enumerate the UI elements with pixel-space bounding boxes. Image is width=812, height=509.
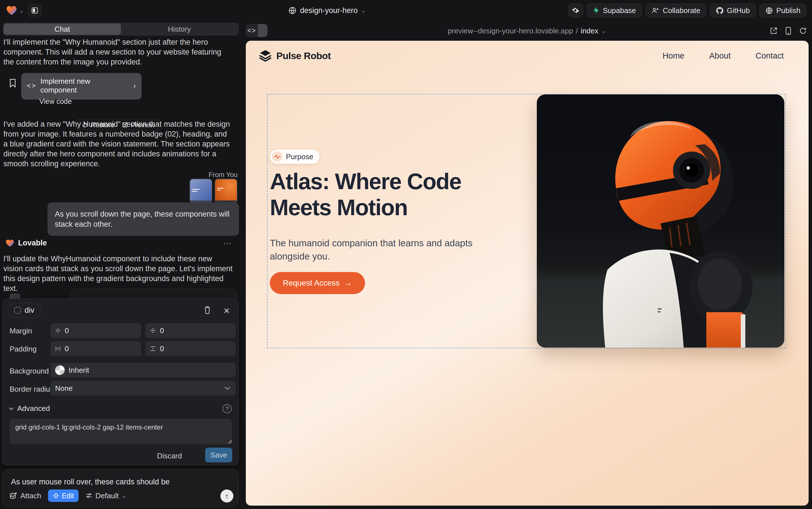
assistant-message-3: I'll update the WhyHumanoid component to… [3, 254, 233, 294]
padding-y-icon [150, 346, 156, 351]
padding-label: Padding [10, 345, 36, 353]
element-inspector-panel: div ✕ Margin 0 0 Padding 0 [2, 299, 239, 466]
advanced-section-toggle[interactable]: Advanced [9, 404, 50, 413]
padding-x-icon [55, 345, 61, 352]
composer-draft-text[interactable]: As user mouse roll over, these cards sho… [11, 478, 170, 486]
hero-robot-image [537, 95, 784, 347]
site-nav: Home About Contact [663, 51, 784, 61]
preview-url-bar[interactable]: preview--design-your-hero.lovable.app / … [242, 21, 812, 41]
chevron-down-icon: ⌄ [19, 7, 24, 14]
site-brand-name: Pulse Robot [276, 50, 331, 61]
padding-y-input[interactable]: 0 [145, 341, 236, 356]
github-button[interactable]: GitHub [710, 4, 756, 17]
chat-composer[interactable]: As user mouse roll over, these cards sho… [2, 469, 239, 507]
site-brand[interactable]: Pulse Robot [259, 49, 331, 62]
dashed-box-icon [14, 307, 21, 314]
supabase-button[interactable]: Supabase [587, 4, 642, 17]
assistant-message-1: I'll implement the "Why Humanoid" sectio… [3, 37, 233, 67]
chevron-right-icon: › [133, 81, 136, 90]
purpose-badge-label: Purpose [286, 152, 313, 161]
discard-button[interactable]: Discard [157, 451, 182, 461]
padding-x-input[interactable]: 0 [50, 341, 141, 356]
publish-globe-icon [765, 7, 773, 14]
people-plus-icon [652, 7, 659, 14]
assistant-name: Lovable [18, 239, 47, 247]
lovable-heart-icon [6, 239, 14, 247]
from-you-label: From You [209, 171, 237, 179]
code-icon: <> [27, 82, 36, 90]
send-button[interactable]: ↑ [220, 489, 233, 503]
lovable-heart-icon [6, 5, 17, 15]
preview-url-page: index [581, 27, 598, 35]
supabase-icon [593, 7, 599, 14]
chevron-down-icon: ⌄ [361, 7, 366, 14]
layers-icon [259, 49, 272, 62]
margin-y-input[interactable]: 0 [145, 323, 236, 338]
publish-button[interactable]: Publish [760, 4, 806, 17]
margin-x-icon [55, 328, 61, 334]
settings-button[interactable] [568, 4, 583, 17]
background-input[interactable]: Inherit [50, 363, 236, 377]
margin-x-input[interactable]: 0 [50, 323, 141, 338]
user-message-bubble: As you scroll down the page, these compo… [47, 202, 239, 236]
preview-toolbar: <> preview--design-your-hero.lovable.app… [242, 21, 812, 41]
purpose-badge: Purpose [270, 149, 320, 164]
nav-contact[interactable]: Contact [755, 51, 784, 61]
attachment-thumbnail-2[interactable] [215, 179, 237, 203]
view-code-link[interactable]: View code [39, 97, 136, 105]
border-radius-select[interactable]: None [50, 381, 236, 396]
mobile-view-button[interactable] [785, 27, 792, 35]
chevron-down-icon: ⌄ [121, 492, 126, 499]
attachment-thumbnail-1[interactable] [190, 179, 212, 203]
arrow-right-icon: → [344, 278, 352, 287]
site-preview: Pulse Robot Home About Contact Purpose A… [246, 41, 809, 506]
classes-textarea[interactable]: grid grid-cols-1 lg:grid-cols-2 gap-12 i… [10, 419, 232, 444]
chat-history-tabs: Chat History [3, 23, 239, 36]
margin-label: Margin [10, 327, 32, 335]
close-inspector-button[interactable]: ✕ [223, 306, 230, 315]
app-topbar: ⌄ design-your-hero ⌄ [0, 0, 812, 21]
hero-heading: Atlas: Where Code Meets Motion [270, 169, 461, 220]
selected-element-chip[interactable]: div [8, 303, 41, 317]
attach-button[interactable]: Attach [9, 491, 41, 500]
implement-component-card[interactable]: <> Implement new component › View code [21, 73, 142, 100]
lovable-menu-button[interactable]: ⌄ [6, 5, 24, 15]
panel-icon [31, 7, 38, 14]
nav-home[interactable]: Home [663, 51, 684, 61]
transparent-swatch-icon [55, 365, 65, 375]
preview-url-host: preview--design-your-hero.lovable.app [448, 27, 573, 35]
chevron-down-icon: ⌄ [601, 27, 606, 34]
message-menu-button[interactable]: … [223, 236, 232, 246]
background-label: Background [10, 367, 49, 376]
request-access-button[interactable]: Request Access → [270, 272, 365, 294]
chat-sidebar: Chat History I'll implement the "Why Hum… [0, 21, 242, 509]
help-icon[interactable]: ? [223, 404, 232, 413]
delete-element-button[interactable] [204, 306, 211, 314]
tab-history[interactable]: History [121, 24, 238, 35]
mode-select[interactable]: Default ⌄ [85, 491, 126, 500]
save-button[interactable]: Save [205, 448, 232, 462]
pulse-icon [272, 151, 283, 162]
element-tag: div [25, 306, 34, 315]
project-name: design-your-hero [300, 6, 358, 15]
gear-icon [572, 6, 580, 14]
tab-chat[interactable]: Chat [4, 24, 121, 35]
project-switcher[interactable]: design-your-hero ⌄ [288, 0, 366, 21]
github-icon [716, 7, 724, 14]
bookmark-icon[interactable] [9, 79, 16, 88]
target-icon [52, 492, 59, 499]
globe-icon [288, 6, 297, 15]
sliders-icon [85, 492, 93, 499]
chevron-down-icon [9, 407, 14, 410]
collaborate-button[interactable]: Collaborate [645, 4, 706, 17]
attach-image-icon [9, 492, 17, 500]
hero-subtitle: The humanoid companion that learns and a… [270, 236, 493, 263]
component-card-title: Implement new component [40, 77, 125, 95]
sidebar-toggle-button[interactable] [28, 4, 41, 17]
preview-pane: <> preview--design-your-hero.lovable.app… [242, 21, 812, 509]
chevron-down-icon [224, 386, 230, 390]
open-in-new-tab-button[interactable] [770, 27, 778, 35]
refresh-button[interactable] [799, 27, 807, 35]
edit-mode-button[interactable]: Edit [48, 489, 79, 502]
nav-about[interactable]: About [709, 51, 731, 61]
